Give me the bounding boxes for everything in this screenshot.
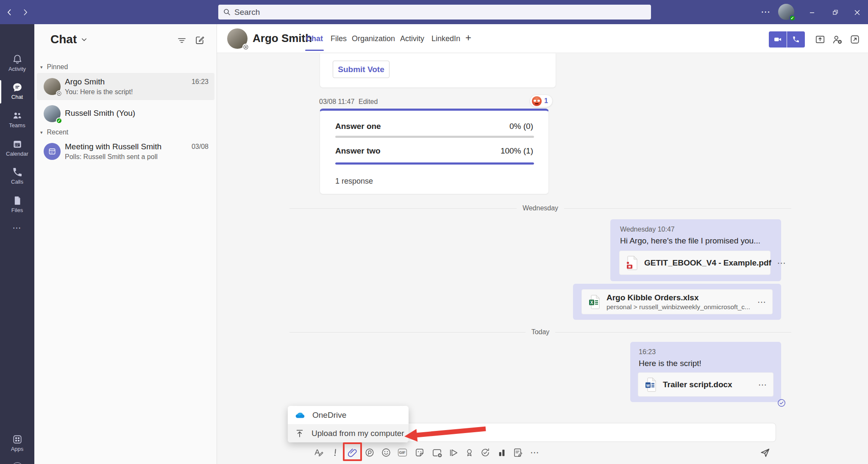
message-bubble: 16:23 Here is the script! W Trailer scri… <box>630 342 781 402</box>
poll-card-top: Submit Vote <box>320 53 556 88</box>
section-pinned[interactable]: ▾ Pinned <box>40 63 68 71</box>
file-card-excel[interactable]: X Argo Kibble Orders.xlsx personal > rus… <box>581 289 773 314</box>
tab-activity[interactable]: Activity <box>400 34 424 43</box>
sidebar-item-activity[interactable]: Activity <box>0 54 34 72</box>
popout-chat-icon[interactable] <box>849 34 860 45</box>
chat-list-item-meeting[interactable]: Meeting with Russell Smith 03/08 Polls: … <box>37 138 214 165</box>
settings-more-button[interactable]: ⋯ <box>758 4 773 20</box>
back-button[interactable] <box>3 7 15 18</box>
menu-item-onedrive[interactable]: OneDrive <box>288 406 409 424</box>
nav-more-button[interactable]: ⋯ <box>0 223 34 233</box>
tab-organization[interactable]: Organization <box>352 34 395 43</box>
available-status-icon: ✓ <box>789 15 796 21</box>
audio-call-button[interactable] <box>787 31 805 48</box>
sidebar-item-teams[interactable]: Teams <box>0 110 34 129</box>
close-button[interactable] <box>849 7 865 18</box>
add-people-icon[interactable] <box>832 34 843 45</box>
video-call-button[interactable] <box>769 31 787 48</box>
avatar: ✓ <box>44 105 61 122</box>
attach-menu: OneDrive Upload from my computer <box>288 406 409 442</box>
svg-text:W: W <box>646 383 650 387</box>
loop-icon[interactable] <box>363 446 376 459</box>
phone-icon <box>0 167 34 178</box>
calendar-icon <box>0 139 34 150</box>
sidebar-item-help[interactable]: ? Help <box>0 462 34 464</box>
file-path: personal > russell_winbizweekly_onmicros… <box>606 303 750 311</box>
call-button-group <box>769 31 805 48</box>
teams-window: Search ⋯ ✓ Activity Chat Teams <box>0 0 868 464</box>
send-icon[interactable] <box>759 446 771 459</box>
share-screen-icon[interactable] <box>815 34 826 45</box>
gif-icon[interactable]: GIF <box>396 446 409 459</box>
praise-icon[interactable] <box>463 446 476 459</box>
tasks-icon[interactable] <box>512 446 524 459</box>
bell-icon <box>0 54 34 65</box>
menu-item-upload-from-computer[interactable]: Upload from my computer <box>288 424 409 442</box>
tab-chat[interactable]: Chat <box>306 34 323 43</box>
add-tab-button[interactable]: + <box>465 32 471 44</box>
reaction-pill[interactable]: 1 <box>530 95 553 107</box>
poll-bar-answer-two <box>335 162 534 165</box>
file-icon <box>0 195 34 206</box>
sidebar-item-apps[interactable]: Apps <box>0 434 34 452</box>
compose-more-icon[interactable]: ⋯ <box>529 446 541 459</box>
poll-bar-answer-one <box>335 136 534 138</box>
filter-icon[interactable] <box>177 35 187 45</box>
date-divider-wednesday: Wednesday <box>289 204 791 212</box>
sidebar-item-files[interactable]: Files <box>0 195 34 213</box>
help-icon: ? <box>12 462 23 464</box>
video-icon <box>773 35 782 44</box>
file-more-button[interactable]: ⋯ <box>758 380 767 390</box>
minimize-button[interactable] <box>804 7 821 18</box>
edited-label: Edited <box>359 98 378 106</box>
file-card-pdf[interactable]: GETIT_EBOOK_V4 - Example.pdf ⋯ <box>619 251 771 275</box>
blocked-status-icon <box>56 90 62 97</box>
poll-responses: 1 response <box>335 177 373 186</box>
section-recent[interactable]: ▾ Recent <box>40 129 68 136</box>
chat-list-item-argo[interactable]: Argo Smith 16:23 You: Here is the script… <box>37 73 214 100</box>
stream-icon[interactable] <box>447 446 459 459</box>
blocked-status-icon <box>242 44 249 50</box>
sidebar-item-calendar[interactable]: Calendar <box>0 139 34 157</box>
format-icon[interactable] <box>312 446 325 459</box>
section-caret-icon: ▾ <box>40 64 43 70</box>
important-icon[interactable] <box>329 446 342 459</box>
pdf-file-icon <box>626 256 638 270</box>
chat-avatar[interactable] <box>227 28 248 49</box>
sidebar-item-chat[interactable]: Chat <box>0 82 34 100</box>
sticker-icon[interactable] <box>413 446 426 459</box>
file-card-word[interactable]: W Trailer script.docx ⋯ <box>638 372 773 397</box>
tab-linkedin[interactable]: LinkedIn <box>431 34 460 43</box>
search-input[interactable]: Search <box>218 5 651 20</box>
file-more-button[interactable]: ⋯ <box>777 258 786 268</box>
reaction-count: 1 <box>544 97 548 105</box>
emoji-icon[interactable] <box>380 446 392 459</box>
new-chat-icon[interactable] <box>195 35 205 45</box>
chat-list-item-russell[interactable]: ✓ Russell Smith (You) <box>37 101 214 126</box>
chat-header: Argo Smith Chat Files Organization Activ… <box>217 24 868 53</box>
chat-list-panel: Chat ▾ Pinned Argo Smith 16:23 You: Here… <box>34 24 217 464</box>
approvals-icon[interactable] <box>479 446 492 459</box>
avatar <box>44 78 61 95</box>
nav-rail: Activity Chat Teams Calendar Calls Files… <box>0 24 34 464</box>
svg-text:X: X <box>590 300 593 305</box>
schedule-message-icon[interactable] <box>431 446 443 459</box>
sidebar-item-calls[interactable]: Calls <box>0 167 34 185</box>
submit-vote-button[interactable]: Submit Vote <box>333 61 389 78</box>
section-caret-icon: ▾ <box>40 130 43 135</box>
forward-button[interactable] <box>19 7 31 18</box>
chat-list-title[interactable]: Chat <box>50 33 87 46</box>
available-status-icon: ✓ <box>56 117 62 124</box>
user-avatar[interactable]: ✓ <box>778 4 794 20</box>
tab-files[interactable]: Files <box>331 34 347 43</box>
date-divider-today: Today <box>289 328 791 336</box>
chevron-down-icon <box>81 36 87 43</box>
restore-button[interactable] <box>827 7 844 18</box>
message-bubble: Wednesday 10:47 Hi Argo, here's the file… <box>610 219 781 281</box>
annotation-box <box>343 442 362 461</box>
bar-chart-icon[interactable] <box>495 446 508 459</box>
page-title: Argo Smith <box>253 32 312 45</box>
file-more-button[interactable]: ⋯ <box>757 297 766 307</box>
upload-icon <box>295 428 305 439</box>
tab-active-underline <box>305 50 324 51</box>
